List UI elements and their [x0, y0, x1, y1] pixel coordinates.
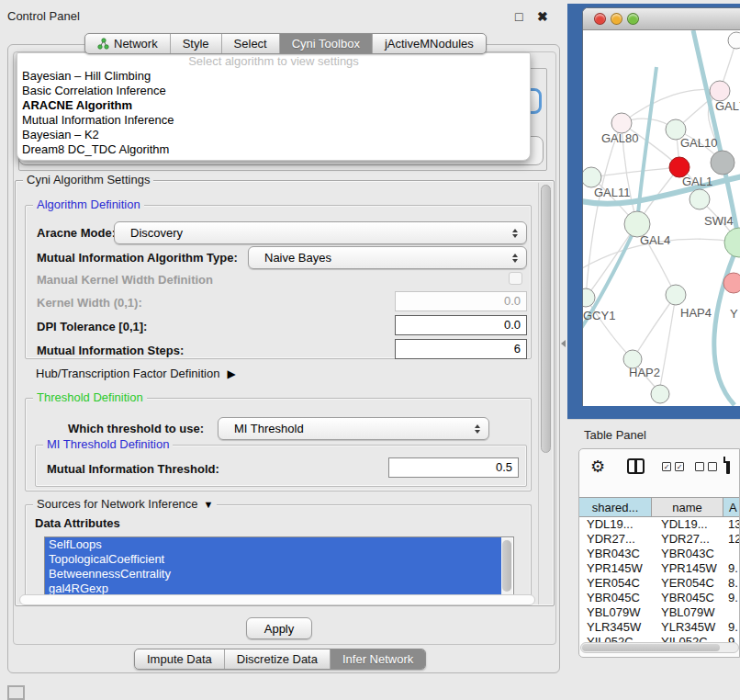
- network-view-window[interactable]: GAL7 GAL80 GAL10 GAL1 GAL11 GAL4 SWI4 GC…: [582, 7, 740, 406]
- table-horizontal-scrollbar[interactable]: [580, 642, 739, 653]
- node-label: SWI4: [704, 214, 734, 228]
- attribute-item-selfloops[interactable]: SelfLoops: [45, 537, 501, 552]
- algorithm-option-basic-correlation[interactable]: Basic Correlation Inference: [17, 84, 530, 98]
- threshold-definition-title: Threshold Definition: [33, 390, 147, 404]
- attribute-item-topologicalcoefficient[interactable]: TopologicalCoefficient: [45, 552, 501, 567]
- node-gray[interactable]: [711, 151, 734, 175]
- close-panel-icon[interactable]: ✖: [537, 9, 548, 24]
- node-label: GAL4: [640, 233, 670, 247]
- window-minimize-icon[interactable]: [611, 13, 622, 25]
- tab-impute-data[interactable]: Impute Data: [135, 649, 224, 669]
- float-panel-icon[interactable]: □: [515, 9, 522, 24]
- control-panel-tabbar: Network Style Select Cyni Toolbox jActiv…: [84, 33, 487, 54]
- column-header-name[interactable]: name: [652, 498, 723, 516]
- dpi-tolerance-field[interactable]: 0.0: [395, 315, 527, 335]
- mi-algorithm-type-label: Mutual Information Algorithm Type:: [37, 251, 238, 265]
- table-row[interactable]: YBR045C YBR045C 9.: [579, 591, 740, 605]
- dpi-tolerance-label: DPI Tolerance [0,1]:: [37, 320, 147, 333]
- tab-discretize-data[interactable]: Discretize Data: [224, 649, 330, 669]
- attributes-list-scrollbar[interactable]: [501, 538, 512, 597]
- hub-definition-expander[interactable]: Hub/Transcription Factor Definition▶: [36, 367, 236, 380]
- manual-kernel-width-label: Manual Kernel Width Definition: [37, 273, 213, 287]
- network-window-titlebar[interactable]: [583, 8, 740, 30]
- column-header-shared-name[interactable]: shared...: [579, 498, 652, 516]
- algorithm-option-dream8[interactable]: Dream8 DC_TDC Algorithm: [17, 142, 530, 157]
- table-header-row: shared... name A: [579, 497, 740, 517]
- node-label: HAP2: [629, 366, 660, 379]
- tab-select[interactable]: Select: [221, 34, 279, 53]
- table-row[interactable]: YPR145W YPR145W 9.: [579, 561, 740, 576]
- combo-spinner-icon: [475, 424, 480, 434]
- gear-icon[interactable]: ⚙: [590, 458, 605, 475]
- mi-steps-label: Mutual Information Steps:: [37, 344, 184, 357]
- window-zoom-icon[interactable]: [627, 13, 639, 25]
- node-label: GCY1: [583, 309, 615, 322]
- data-attributes-label: Data Attributes: [35, 516, 120, 530]
- collapsed-panel-icon[interactable]: [7, 685, 25, 700]
- tab-style[interactable]: Style: [170, 34, 221, 53]
- mi-threshold-field[interactable]: 0.5: [388, 457, 519, 478]
- node-green[interactable]: [690, 189, 710, 209]
- sources-group: Sources for Network Inference▼ Data Attr…: [25, 504, 532, 600]
- node-gal7[interactable]: [710, 81, 730, 101]
- manual-kernel-width-checkbox[interactable]: [509, 272, 522, 285]
- table-row[interactable]: YER054C YER054C 8.: [579, 576, 740, 591]
- mi-algorithm-type-combobox[interactable]: Naive Bayes: [248, 246, 527, 269]
- column-header-third[interactable]: A: [723, 498, 740, 516]
- node-bottom[interactable]: [651, 385, 669, 403]
- deselect-all-checkboxes-icon[interactable]: [695, 462, 717, 471]
- window-close-icon[interactable]: [594, 13, 606, 25]
- kernel-width-field[interactable]: 0.0: [395, 291, 527, 311]
- threshold-definition-group: Threshold Definition Which threshold to …: [25, 398, 532, 491]
- file-icon[interactable]: [726, 457, 730, 474]
- node-label: GAL80: [601, 131, 638, 145]
- collapse-down-icon[interactable]: ▼: [204, 499, 214, 510]
- node-label: Y: [730, 307, 738, 321]
- split-columns-icon[interactable]: [627, 458, 645, 474]
- aracne-mode-combobox[interactable]: Discovery: [114, 221, 527, 244]
- aracne-mode-value: Discovery: [130, 226, 183, 240]
- node-hap4[interactable]: [666, 285, 686, 305]
- table-panel-body: ⚙ ✓✓ shared... name A YDL19... YDL19... …: [578, 448, 740, 658]
- table-row[interactable]: YDL19... YDL19... 13: [579, 517, 740, 532]
- apply-button[interactable]: Apply: [246, 617, 312, 639]
- attribute-item-betweennesscentrality[interactable]: BetweennessCentrality: [45, 567, 501, 581]
- select-all-checkboxes-icon[interactable]: ✓✓: [662, 462, 684, 471]
- node-label: GAL10: [680, 136, 717, 150]
- cyni-algorithm-settings-group: Cyni Algorithm Settings Algorithm Defini…: [15, 180, 555, 606]
- table-row[interactable]: YDR27... YDR27... 12: [579, 532, 740, 547]
- network-graph: GAL7 GAL80 GAL10 GAL1 GAL11 GAL4 SWI4 GC…: [583, 30, 740, 406]
- mi-threshold-group: MI Threshold Definition Mutual Informati…: [35, 445, 527, 487]
- node-pink[interactable]: [723, 273, 740, 293]
- expand-right-icon[interactable]: ▶: [227, 367, 235, 380]
- network-canvas[interactable]: GAL7 GAL80 GAL10 GAL1 GAL11 GAL4 SWI4 GC…: [583, 30, 740, 406]
- mi-steps-field[interactable]: 6: [395, 339, 527, 359]
- algorithm-option-aracne[interactable]: ARACNE Algorithm: [17, 98, 530, 113]
- control-panel-title: Control Panel: [7, 9, 80, 23]
- algorithm-option-mutual-information[interactable]: Mutual Information Inference: [17, 113, 530, 128]
- node-gcy1[interactable]: [583, 288, 595, 307]
- table-row[interactable]: YLR345W YLR345W 9.: [579, 620, 740, 635]
- network-tab-icon: [97, 38, 109, 50]
- tab-network[interactable]: Network: [85, 34, 170, 53]
- node-unlabeled[interactable]: [728, 32, 740, 49]
- settings-vertical-scrollbar[interactable]: [538, 183, 552, 604]
- mi-threshold-group-title: MI Threshold Definition: [43, 437, 173, 451]
- node-swi4[interactable]: [724, 228, 740, 257]
- algorithm-dropdown-list: Select algorithm to view settings Bayesi…: [17, 52, 531, 161]
- pane-divider-arrow-icon[interactable]: [561, 340, 566, 347]
- algorithm-option-bayesian-k2[interactable]: Bayesian – K2: [17, 128, 530, 142]
- tab-cyni-toolbox[interactable]: Cyni Toolbox: [279, 34, 372, 53]
- which-threshold-combobox[interactable]: MI Threshold: [218, 417, 489, 440]
- node-gal80[interactable]: [611, 113, 632, 133]
- table-row[interactable]: YBR043C YBR043C: [579, 547, 740, 561]
- settings-horizontal-scrollbar[interactable]: [19, 594, 535, 605]
- tab-jactivemnodules[interactable]: jActiveMNodules: [372, 34, 486, 53]
- algorithm-option-bayesian-hill-climbing[interactable]: Bayesian – Hill Climbing: [17, 69, 530, 84]
- data-attributes-list[interactable]: SelfLoops TopologicalCoefficient Between…: [44, 536, 514, 599]
- node-gal11[interactable]: [583, 167, 601, 187]
- sources-group-title[interactable]: Sources for Network Inference▼: [33, 497, 217, 511]
- table-row[interactable]: YBL079W YBL079W: [579, 605, 740, 620]
- which-threshold-label: Which threshold to use:: [68, 422, 204, 435]
- tab-infer-network[interactable]: Infer Network: [330, 649, 425, 669]
